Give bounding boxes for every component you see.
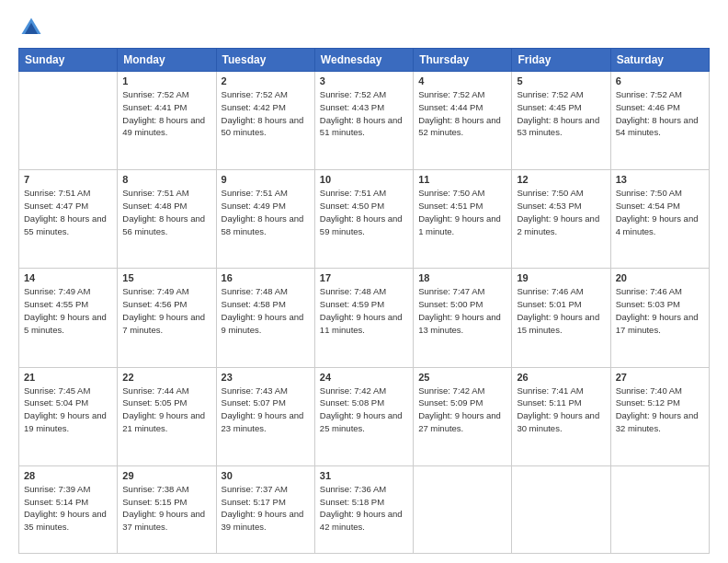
day-info: Sunrise: 7:50 AMSunset: 4:51 PMDaylight:… xyxy=(418,187,506,237)
day-number: 29 xyxy=(122,470,210,481)
calendar-cell: 16Sunrise: 7:48 AMSunset: 4:58 PMDayligh… xyxy=(216,269,314,367)
day-number: 14 xyxy=(24,272,112,283)
day-number: 9 xyxy=(222,174,310,185)
day-number: 17 xyxy=(320,272,408,283)
day-number: 28 xyxy=(24,470,112,481)
logo xyxy=(18,15,48,40)
calendar-table: SundayMondayTuesdayWednesdayThursdayFrid… xyxy=(18,48,710,554)
day-number: 20 xyxy=(616,272,704,283)
calendar-cell: 14Sunrise: 7:49 AMSunset: 4:55 PMDayligh… xyxy=(19,269,118,367)
calendar-header: SundayMondayTuesdayWednesdayThursdayFrid… xyxy=(19,49,710,72)
calendar-cell: 9Sunrise: 7:51 AMSunset: 4:49 PMDaylight… xyxy=(216,170,314,269)
day-info: Sunrise: 7:37 AMSunset: 5:17 PMDaylight:… xyxy=(222,483,310,534)
day-number: 25 xyxy=(418,372,506,383)
calendar-cell xyxy=(512,465,610,553)
day-info: Sunrise: 7:50 AMSunset: 4:53 PMDaylight:… xyxy=(517,187,605,237)
calendar-body: 1Sunrise: 7:52 AMSunset: 4:41 PMDaylight… xyxy=(19,72,710,554)
calendar-cell: 17Sunrise: 7:48 AMSunset: 4:59 PMDayligh… xyxy=(314,269,413,367)
calendar-cell: 8Sunrise: 7:51 AMSunset: 4:48 PMDaylight… xyxy=(118,170,216,269)
calendar-cell: 5Sunrise: 7:52 AMSunset: 4:45 PMDaylight… xyxy=(512,72,610,170)
week-row-3: 14Sunrise: 7:49 AMSunset: 4:55 PMDayligh… xyxy=(19,269,710,367)
week-row-1: 1Sunrise: 7:52 AMSunset: 4:41 PMDaylight… xyxy=(19,72,710,170)
day-number: 8 xyxy=(122,174,210,185)
day-info: Sunrise: 7:48 AMSunset: 4:59 PMDaylight:… xyxy=(320,285,408,336)
weekday-row: SundayMondayTuesdayWednesdayThursdayFrid… xyxy=(19,49,710,72)
calendar-cell: 4Sunrise: 7:52 AMSunset: 4:44 PMDaylight… xyxy=(414,72,512,170)
calendar-cell: 30Sunrise: 7:37 AMSunset: 5:17 PMDayligh… xyxy=(216,465,314,553)
calendar-cell: 13Sunrise: 7:50 AMSunset: 4:54 PMDayligh… xyxy=(610,170,709,269)
day-number: 6 xyxy=(616,75,704,86)
week-row-4: 21Sunrise: 7:45 AMSunset: 5:04 PMDayligh… xyxy=(19,367,710,465)
calendar-cell xyxy=(610,465,709,553)
day-info: Sunrise: 7:52 AMSunset: 4:45 PMDaylight:… xyxy=(517,88,605,139)
day-info: Sunrise: 7:51 AMSunset: 4:49 PMDaylight:… xyxy=(222,187,310,237)
calendar-cell: 31Sunrise: 7:36 AMSunset: 5:18 PMDayligh… xyxy=(314,465,413,553)
calendar-cell: 6Sunrise: 7:52 AMSunset: 4:46 PMDaylight… xyxy=(610,72,709,170)
day-number: 23 xyxy=(222,372,310,383)
day-info: Sunrise: 7:52 AMSunset: 4:43 PMDaylight:… xyxy=(320,88,408,139)
day-number: 30 xyxy=(222,470,310,481)
calendar-cell: 7Sunrise: 7:51 AMSunset: 4:47 PMDaylight… xyxy=(19,170,118,269)
page: SundayMondayTuesdayWednesdayThursdayFrid… xyxy=(0,0,728,563)
day-number: 1 xyxy=(122,75,210,86)
calendar-cell: 10Sunrise: 7:51 AMSunset: 4:50 PMDayligh… xyxy=(314,170,413,269)
day-number: 26 xyxy=(517,372,605,383)
calendar-cell: 12Sunrise: 7:50 AMSunset: 4:53 PMDayligh… xyxy=(512,170,610,269)
day-number: 24 xyxy=(320,372,408,383)
day-info: Sunrise: 7:52 AMSunset: 4:41 PMDaylight:… xyxy=(122,88,210,139)
calendar-cell: 19Sunrise: 7:46 AMSunset: 5:01 PMDayligh… xyxy=(512,269,610,367)
day-number: 21 xyxy=(24,372,112,383)
logo-icon xyxy=(18,15,44,40)
calendar-cell: 18Sunrise: 7:47 AMSunset: 5:00 PMDayligh… xyxy=(414,269,512,367)
calendar-cell: 1Sunrise: 7:52 AMSunset: 4:41 PMDaylight… xyxy=(118,72,216,170)
calendar-cell: 26Sunrise: 7:41 AMSunset: 5:11 PMDayligh… xyxy=(512,367,610,465)
day-info: Sunrise: 7:51 AMSunset: 4:48 PMDaylight:… xyxy=(122,187,210,237)
day-number: 10 xyxy=(320,174,408,185)
day-number: 22 xyxy=(122,372,210,383)
day-info: Sunrise: 7:38 AMSunset: 5:15 PMDaylight:… xyxy=(122,483,210,534)
weekday-header-friday: Friday xyxy=(512,49,610,72)
day-info: Sunrise: 7:41 AMSunset: 5:11 PMDaylight:… xyxy=(517,385,605,435)
weekday-header-thursday: Thursday xyxy=(414,49,512,72)
day-number: 4 xyxy=(418,75,506,86)
header xyxy=(18,15,710,40)
calendar-cell: 27Sunrise: 7:40 AMSunset: 5:12 PMDayligh… xyxy=(610,367,709,465)
calendar-cell: 23Sunrise: 7:43 AMSunset: 5:07 PMDayligh… xyxy=(216,367,314,465)
day-info: Sunrise: 7:50 AMSunset: 4:54 PMDaylight:… xyxy=(616,187,704,237)
day-number: 13 xyxy=(616,174,704,185)
calendar-cell: 29Sunrise: 7:38 AMSunset: 5:15 PMDayligh… xyxy=(118,465,216,553)
day-number: 15 xyxy=(122,272,210,283)
day-info: Sunrise: 7:52 AMSunset: 4:44 PMDaylight:… xyxy=(418,88,506,139)
day-info: Sunrise: 7:52 AMSunset: 4:46 PMDaylight:… xyxy=(616,88,704,139)
day-info: Sunrise: 7:45 AMSunset: 5:04 PMDaylight:… xyxy=(24,385,112,435)
day-number: 31 xyxy=(320,470,408,481)
weekday-header-sunday: Sunday xyxy=(19,49,118,72)
calendar-cell: 20Sunrise: 7:46 AMSunset: 5:03 PMDayligh… xyxy=(610,269,709,367)
day-info: Sunrise: 7:43 AMSunset: 5:07 PMDaylight:… xyxy=(222,385,310,435)
day-info: Sunrise: 7:51 AMSunset: 4:50 PMDaylight:… xyxy=(320,187,408,237)
day-number: 7 xyxy=(24,174,112,185)
calendar-cell: 21Sunrise: 7:45 AMSunset: 5:04 PMDayligh… xyxy=(19,367,118,465)
day-info: Sunrise: 7:44 AMSunset: 5:05 PMDaylight:… xyxy=(122,385,210,435)
calendar-cell: 3Sunrise: 7:52 AMSunset: 4:43 PMDaylight… xyxy=(314,72,413,170)
calendar-cell: 24Sunrise: 7:42 AMSunset: 5:08 PMDayligh… xyxy=(314,367,413,465)
day-info: Sunrise: 7:47 AMSunset: 5:00 PMDaylight:… xyxy=(418,285,506,336)
week-row-5: 28Sunrise: 7:39 AMSunset: 5:14 PMDayligh… xyxy=(19,465,710,553)
day-info: Sunrise: 7:39 AMSunset: 5:14 PMDaylight:… xyxy=(24,483,112,534)
day-info: Sunrise: 7:40 AMSunset: 5:12 PMDaylight:… xyxy=(616,385,704,435)
weekday-header-wednesday: Wednesday xyxy=(314,49,413,72)
calendar-cell: 25Sunrise: 7:42 AMSunset: 5:09 PMDayligh… xyxy=(414,367,512,465)
calendar-cell: 2Sunrise: 7:52 AMSunset: 4:42 PMDaylight… xyxy=(216,72,314,170)
week-row-2: 7Sunrise: 7:51 AMSunset: 4:47 PMDaylight… xyxy=(19,170,710,269)
weekday-header-tuesday: Tuesday xyxy=(216,49,314,72)
day-number: 18 xyxy=(418,272,506,283)
day-number: 3 xyxy=(320,75,408,86)
calendar-cell: 28Sunrise: 7:39 AMSunset: 5:14 PMDayligh… xyxy=(19,465,118,553)
day-info: Sunrise: 7:49 AMSunset: 4:56 PMDaylight:… xyxy=(122,285,210,336)
calendar-cell xyxy=(414,465,512,553)
day-info: Sunrise: 7:46 AMSunset: 5:03 PMDaylight:… xyxy=(616,285,704,336)
calendar-cell: 11Sunrise: 7:50 AMSunset: 4:51 PMDayligh… xyxy=(414,170,512,269)
weekday-header-monday: Monday xyxy=(118,49,216,72)
day-info: Sunrise: 7:42 AMSunset: 5:09 PMDaylight:… xyxy=(418,385,506,435)
day-number: 2 xyxy=(222,75,310,86)
